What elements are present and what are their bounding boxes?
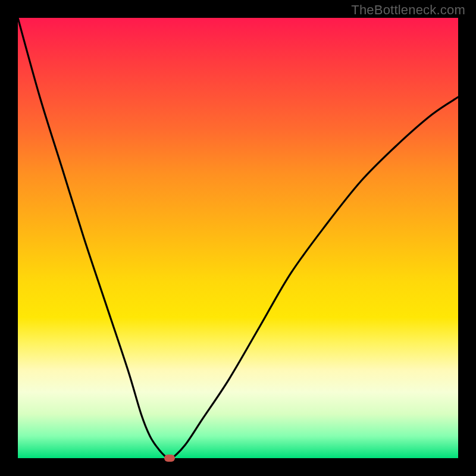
bottleneck-curve-line xyxy=(18,18,458,458)
watermark-text: TheBottleneck.com xyxy=(351,2,465,18)
chart-svg xyxy=(18,18,458,458)
optimal-point-marker xyxy=(164,455,175,462)
bottleneck-chart xyxy=(18,18,458,458)
